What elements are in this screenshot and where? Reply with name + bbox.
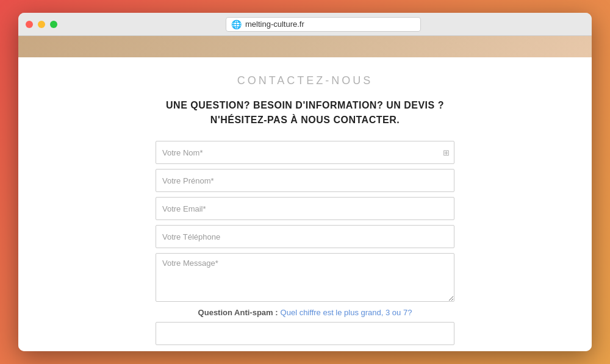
antispam-question: Quel chiffre est le plus grand, 3 ou 7? [281, 308, 412, 317]
address-bar-container: 🌐 melting-culture.fr [62, 17, 584, 32]
browser-titlebar: 🌐 melting-culture.fr [18, 13, 592, 36]
nom-field-wrapper: ⊞ [156, 141, 454, 164]
close-button[interactable] [26, 21, 33, 28]
section-title: CONTACTEZ-NOUS [237, 74, 373, 87]
contact-form: ⊞ Question Anti-spam : Quel chiffre est … [156, 141, 454, 351]
maximize-button[interactable] [50, 21, 57, 28]
browser-content: CONTACTEZ-NOUS UNE QUESTION? BESOIN D'IN… [18, 36, 592, 351]
email-input[interactable] [156, 197, 454, 220]
antispam-label: Question Anti-spam : [198, 308, 278, 317]
nom-input[interactable] [156, 141, 454, 164]
antispam-row: Question Anti-spam : Quel chiffre est le… [156, 308, 454, 317]
browser-window: 🌐 melting-culture.fr CONTACTEZ-NOUS UNE … [18, 13, 592, 351]
antispam-input[interactable] [156, 322, 454, 345]
page-headline: UNE QUESTION? BESOIN D'INFORMATION? UN D… [137, 98, 473, 127]
telephone-input[interactable] [156, 225, 454, 248]
message-textarea[interactable] [156, 253, 454, 302]
url-text: melting-culture.fr [245, 20, 304, 29]
page-content: CONTACTEZ-NOUS UNE QUESTION? BESOIN D'IN… [18, 57, 592, 351]
hero-banner [18, 36, 592, 57]
minimize-button[interactable] [38, 21, 45, 28]
address-bar[interactable]: 🌐 melting-culture.fr [226, 17, 421, 32]
globe-icon: 🌐 [231, 20, 242, 29]
prenom-input[interactable] [156, 169, 454, 192]
